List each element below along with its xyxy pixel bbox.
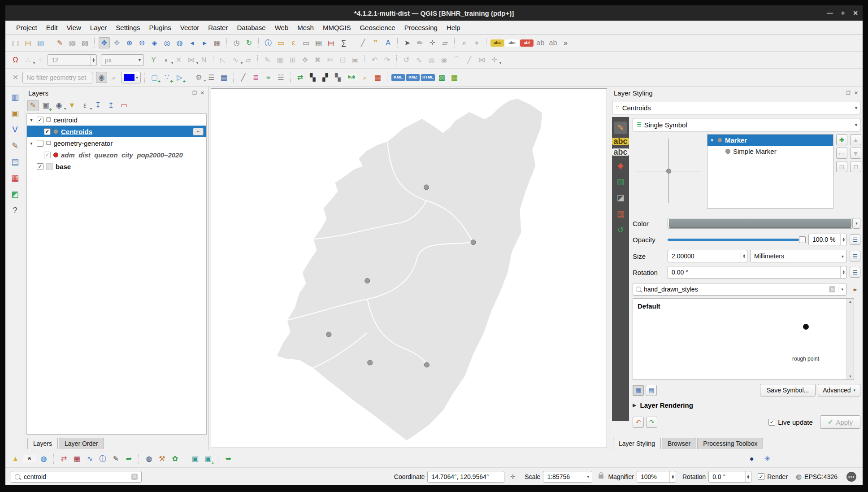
vertex-tool-icon[interactable]: ✛▾ xyxy=(489,54,500,65)
colored-lines-icon[interactable]: ≣ xyxy=(250,72,261,83)
enable-tracing-icon[interactable]: Y xyxy=(148,54,159,65)
styling-layer-combo[interactable]: ∵ Centroids ▾ xyxy=(612,101,860,114)
menu-help[interactable]: Help xyxy=(442,22,465,33)
layer-label[interactable]: geometry-generator xyxy=(53,139,113,147)
menu-vector[interactable]: Vector xyxy=(176,22,204,33)
grass-tools-icon[interactable]: ▲ xyxy=(10,453,21,465)
sketch-tool-icon[interactable]: ✎ xyxy=(110,453,122,465)
layer-label[interactable]: adm_dist_quezon_city_pop2000–2020 xyxy=(61,151,183,159)
deselect-features-icon[interactable]: ▭ xyxy=(300,37,312,48)
add-point-feature-icon[interactable]: ⊞ xyxy=(287,54,298,65)
new-shapefile-layer-icon[interactable]: V xyxy=(9,123,22,136)
move-annotation-icon[interactable]: ✛ xyxy=(427,37,438,48)
identify-features-icon[interactable]: ⓘ xyxy=(263,37,274,48)
layer-labeling-options-icon[interactable]: abc xyxy=(505,39,519,47)
gallery-scrollbar[interactable]: ▲ ▼ xyxy=(846,299,854,379)
size-spinbox[interactable]: 2.00000 ▴▾ xyxy=(668,250,747,262)
digitize-with-segment-icon[interactable]: ◺ xyxy=(217,54,229,65)
style-manager-icon[interactable]: ●▪ xyxy=(849,284,860,295)
window-copy-icon[interactable]: ▣ xyxy=(190,453,201,465)
new-scratch-layer-icon[interactable]: ✎ xyxy=(9,139,22,152)
layer-checkbox[interactable]: ✓ xyxy=(44,128,51,135)
share-tool-icon[interactable]: ➥ xyxy=(223,453,234,465)
move-up-icon[interactable]: ▲ xyxy=(850,134,861,145)
float-panel-icon[interactable]: ❐ xyxy=(846,90,851,96)
clear-search-icon[interactable]: ✕ xyxy=(829,286,835,292)
checklist-icon[interactable]: ☰ xyxy=(206,72,217,83)
osm-search-icon[interactable]: B xyxy=(23,455,36,462)
render-checkbox[interactable]: ✓ xyxy=(758,473,764,480)
expander-icon[interactable]: ▾ xyxy=(709,138,715,143)
manage-map-themes-icon[interactable]: ◉▾ xyxy=(53,100,65,111)
statistical-summary-icon[interactable]: ∑ xyxy=(338,37,349,48)
tab-3d-view-icon[interactable]: ◆ xyxy=(614,159,627,172)
pointer-icon[interactable]: ➤ xyxy=(402,37,413,48)
osm-place-search-small-icon[interactable]: ⌕ xyxy=(459,37,470,48)
elevation-lines-icon[interactable]: ≡ xyxy=(263,72,274,83)
lock-symbol-layer-icon[interactable]: ⊓ xyxy=(850,161,861,172)
zoom-to-layer-icon[interactable]: ◍ xyxy=(174,37,185,48)
expand-all-icon[interactable]: ↧ xyxy=(92,100,104,111)
globe-plugin-icon[interactable]: ◍ xyxy=(143,453,155,465)
collapse-arrow-icon[interactable]: ▶ xyxy=(633,402,636,408)
layer-label[interactable]: base xyxy=(56,163,71,170)
layer-group-centroid[interactable]: ▾ ✓ ⧠ centroid xyxy=(27,114,206,126)
layer-item-adm-dist[interactable]: ✓ adm_dist_quezon_city_pop2000–2020 xyxy=(27,149,206,161)
show-labels-icon[interactable]: abc xyxy=(490,39,504,47)
select-by-lasso-icon[interactable]: ⌕ xyxy=(108,72,120,83)
paste-features-icon[interactable]: ▣ xyxy=(350,54,361,65)
layer-label[interactable]: centroid xyxy=(53,116,77,124)
layer-label[interactable]: Centroids xyxy=(61,128,92,135)
pan-map-icon[interactable]: ✥ xyxy=(99,37,110,48)
export-html-icon[interactable]: HTML xyxy=(421,74,435,81)
duplicate-symbol-layer-icon[interactable]: ⊡ xyxy=(836,161,847,172)
size-unit-combo[interactable]: Millimeters ▾ xyxy=(750,250,847,262)
rotation-spinbox[interactable]: 0.00 ° ▴▾ xyxy=(668,266,847,279)
vertex-snap-icon[interactable]: ⋈▾ xyxy=(186,54,197,65)
add-symbol-layer-icon[interactable]: ✚ xyxy=(836,134,847,145)
project-new-icon[interactable]: ▢ xyxy=(10,37,21,48)
extent-toggle-icon[interactable]: ✛ xyxy=(507,471,518,482)
symbol-type-combo[interactable]: ☰ Single Symbol ▾ xyxy=(633,118,860,131)
geometry-filter-input[interactable]: No filter geometry set xyxy=(22,72,92,83)
profile-tool-icon[interactable]: ╱ xyxy=(238,72,249,83)
show-layout-manager-icon[interactable]: ▨ xyxy=(79,37,91,48)
data-defined-override-button[interactable]: ☰ xyxy=(850,251,860,261)
menu-database[interactable]: Database xyxy=(232,22,270,33)
geology-tool-icon[interactable]: ⚒ xyxy=(156,453,168,465)
layer-checkbox[interactable] xyxy=(37,140,43,147)
filter-by-expression-icon[interactable]: ε▾ xyxy=(79,100,91,111)
expander-icon[interactable]: ▾ xyxy=(29,118,34,122)
menu-edit[interactable]: Edit xyxy=(42,22,62,33)
layer-checkbox[interactable]: ✓ xyxy=(37,117,43,123)
new-polygon-layer-icon[interactable]: ▷+ xyxy=(174,72,185,83)
form-annotation-icon[interactable]: ▱ xyxy=(439,37,451,48)
copy-features-icon[interactable]: ⊡ xyxy=(337,54,348,65)
hatch-lines-icon[interactable]: ☱ xyxy=(275,72,286,83)
zoom-to-selection-icon[interactable]: ◎ xyxy=(161,37,173,48)
settings-wrench-icon[interactable]: ⚙▾ xyxy=(193,72,204,83)
new-3d-map-icon[interactable]: ▦ xyxy=(212,37,223,48)
map-style-green-icon[interactable]: ▩ xyxy=(436,72,447,83)
layer-indicator-icon[interactable]: ▪▪ xyxy=(193,128,204,135)
menu-web[interactable]: Web xyxy=(270,22,293,33)
temporal-controller-icon[interactable]: ◷ xyxy=(231,37,242,48)
coordinate-field[interactable]: 14.7064°, 120.9564° xyxy=(427,471,504,483)
attribute-grid-icon[interactable]: ▦ xyxy=(71,453,82,465)
menu-view[interactable]: View xyxy=(62,22,86,33)
window-new-icon[interactable]: ▣+ xyxy=(203,453,214,465)
tab-labels-icon[interactable]: abc xyxy=(612,138,629,145)
stream-digitize-icon[interactable]: ∿▾ xyxy=(230,54,241,65)
zoom-full-icon[interactable]: ◈ xyxy=(149,37,160,48)
layer-item-centroids[interactable]: ✓ Centroids ▪▪ xyxy=(27,126,206,137)
apply-button[interactable]: ✔Apply xyxy=(820,415,860,429)
rotate-feature-icon[interactable]: ↺ xyxy=(401,54,412,65)
quick-export-icon[interactable]: ➦ xyxy=(123,453,135,465)
pin-labels-icon[interactable]: ab xyxy=(535,37,546,48)
style-search-input[interactable]: hand_drawn_styles ✕ ▾ xyxy=(633,283,846,296)
select-by-expression-icon[interactable]: ε xyxy=(288,37,299,48)
remove-symbol-layer-icon[interactable]: ▭ xyxy=(836,148,847,159)
new-temporary-layer-icon[interactable]: ▢+ xyxy=(149,72,160,83)
open-layer-styling-icon[interactable]: ✎ xyxy=(27,100,39,111)
checker-bw-3-icon[interactable]: ▚ xyxy=(332,72,343,83)
